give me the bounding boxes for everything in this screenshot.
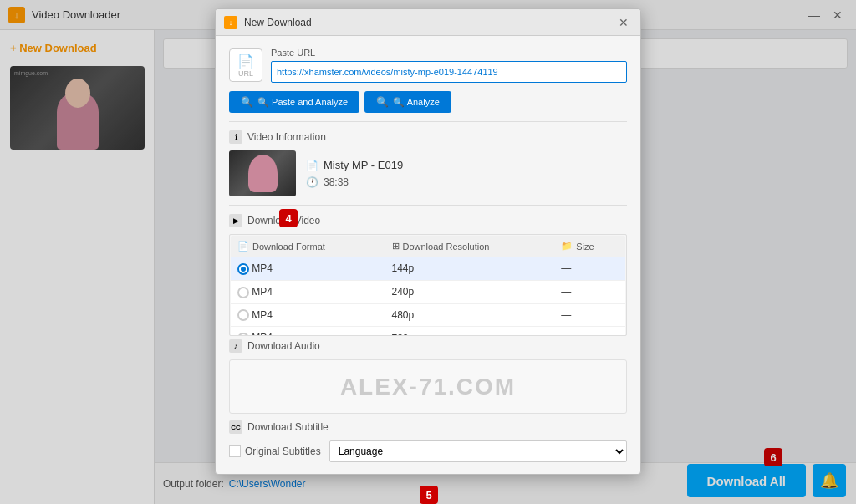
new-download-modal: ↓ New Download ✕ 📄 URL Paste URL: [215, 8, 641, 475]
format-table-row[interactable]: MP4480p—: [231, 303, 626, 327]
watermark-text: ALEX-71.COM: [340, 374, 516, 400]
analyze-button[interactable]: 🔍 🔍 Analyze: [364, 91, 451, 113]
format-table-row[interactable]: MP4144p—: [231, 257, 626, 281]
modal-icon: ↓: [224, 16, 237, 29]
original-subtitle-label: Original Subtitles: [245, 445, 321, 457]
info-icon: ℹ: [229, 130, 242, 144]
url-label: Paste URL: [271, 48, 627, 58]
modal-title: New Download: [244, 17, 312, 28]
format-radio-cell[interactable]: MP4: [231, 257, 385, 281]
video-duration: 38:38: [324, 176, 349, 188]
url-input-group: Paste URL: [271, 48, 627, 83]
resolution-cell: 144p: [385, 257, 555, 281]
size-header: 📁 Size: [554, 236, 625, 257]
video-info-header: ℹ Video Information: [229, 130, 627, 144]
modal-overlay: ↓ New Download ✕ 📄 URL Paste URL: [0, 0, 856, 504]
badge-5: 5: [420, 486, 438, 504]
download-subtitle-section: CC Download Subtitle Original Subtitles …: [229, 420, 627, 462]
download-subtitle-label: Download Subtitle: [247, 421, 329, 433]
size-cell: —: [554, 257, 625, 281]
video-info-row: 📄 Misty MP - E019 🕐 38:38: [229, 150, 627, 196]
paste-and-analyze-button[interactable]: 🔍 🔍 Paste and Analyze: [229, 91, 359, 113]
url-section: 📄 URL Paste URL: [229, 48, 627, 83]
download-video-section: ▶ Download Video 4 📄 Download Fo: [229, 214, 627, 336]
video-title-row: 📄 Misty MP - E019: [306, 159, 403, 171]
format-radio-cell[interactable]: MP4: [231, 280, 385, 303]
video-thumbnail: [229, 150, 296, 196]
original-subtitle-checkbox[interactable]: Original Subtitles: [229, 445, 321, 457]
size-cell: —: [554, 327, 625, 335]
format-header: 📄 Download Format: [231, 236, 385, 257]
audio-icon: ♪: [229, 339, 242, 353]
subtitle-icon: CC: [229, 420, 242, 434]
resolution-cell: 480p: [385, 303, 555, 327]
format-radio-cell[interactable]: MP4: [231, 303, 385, 327]
video-thumb-inner: [229, 150, 296, 196]
format-table-wrapper: 📄 Download Format ⊞ Download Resolution …: [229, 234, 627, 336]
video-icon: ▶: [229, 214, 242, 227]
radio-circle: [237, 263, 249, 275]
url-buttons: 🔍 🔍 Paste and Analyze 🔍 🔍 Analyze: [229, 91, 627, 113]
url-box-label: URL: [238, 69, 253, 78]
download-audio-section: ♪ Download Audio ALEX-71.COM: [229, 339, 627, 414]
download-video-header: ▶ Download Video 4: [229, 214, 627, 227]
format-radio-cell[interactable]: MP4: [231, 327, 385, 335]
app-window: ↓ Video Downloader — ✕ + New Download mi…: [0, 0, 856, 504]
file-icon: 📄: [306, 160, 318, 171]
size-cell: —: [554, 303, 625, 327]
radio-circle: [237, 333, 249, 335]
resolution-cell: 720p: [385, 327, 555, 335]
modal-titlebar: ↓ New Download ✕: [216, 9, 640, 36]
video-title: Misty MP - E019: [324, 159, 403, 171]
resolution-header: ⊞ Download Resolution: [385, 236, 555, 257]
watermark-area: ALEX-71.COM: [229, 359, 627, 414]
format-table-row[interactable]: MP4720p—: [231, 327, 626, 335]
clock-icon: 🕐: [306, 176, 318, 188]
resolution-cell: 240p: [385, 280, 555, 303]
language-select[interactable]: Language: [329, 440, 627, 462]
url-input[interactable]: [271, 61, 627, 83]
modal-body: 📄 URL Paste URL 🔍 🔍 Paste and Analyze: [216, 36, 640, 474]
download-subtitle-header: CC Download Subtitle: [229, 420, 627, 434]
radio-circle: [237, 287, 249, 298]
paste-icon: 🔍: [241, 96, 253, 108]
format-table-scroll[interactable]: 📄 Download Format ⊞ Download Resolution …: [230, 235, 626, 335]
format-table-row[interactable]: MP4240p—: [231, 280, 626, 303]
size-cell: —: [554, 280, 625, 303]
video-details: 📄 Misty MP - E019 🕐 38:38: [306, 150, 403, 196]
download-audio-header: ♪ Download Audio: [229, 339, 627, 353]
radio-circle: [237, 309, 249, 321]
url-icon-box: 📄 URL: [229, 48, 262, 82]
subtitle-row: Original Subtitles Language: [229, 440, 627, 462]
analyze-icon: 🔍: [376, 96, 389, 108]
format-table: 📄 Download Format ⊞ Download Resolution …: [230, 235, 626, 335]
download-audio-label: Download Audio: [247, 340, 320, 352]
divider-1: [229, 121, 627, 122]
checkbox-icon: [229, 445, 241, 457]
badge-4: 4: [279, 209, 298, 227]
video-info-label: Video Information: [247, 131, 326, 143]
modal-close-button[interactable]: ✕: [615, 14, 632, 31]
divider-2: [229, 205, 627, 206]
video-duration-row: 🕐 38:38: [306, 176, 403, 188]
